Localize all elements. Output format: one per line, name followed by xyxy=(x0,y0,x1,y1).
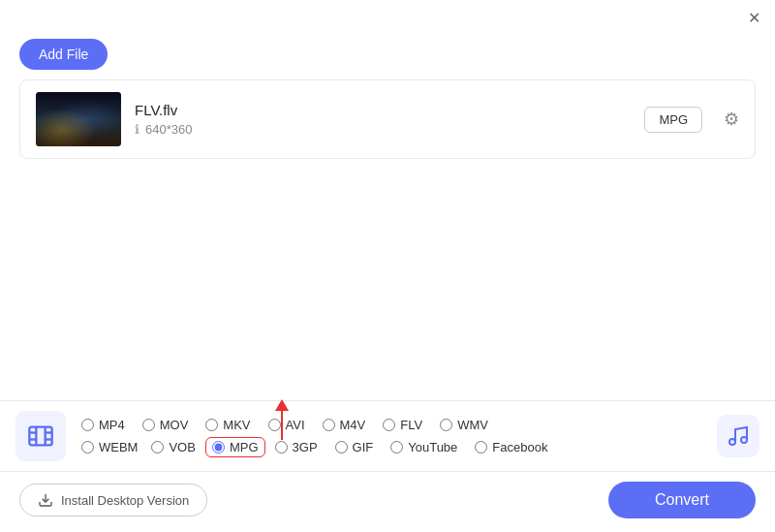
file-item: FLV.flv ℹ 640*360 MPG ⚙ xyxy=(20,80,755,158)
file-list-area: FLV.flv ℹ 640*360 MPG ⚙ xyxy=(19,79,756,159)
music-icon xyxy=(727,424,750,448)
format-label-flv: FLV xyxy=(400,418,422,432)
format-radio-mov[interactable] xyxy=(142,419,155,431)
format-label-youtube: YouTube xyxy=(408,440,457,454)
format-radio-avi[interactable] xyxy=(268,419,281,431)
format-radio-m4v[interactable] xyxy=(323,419,335,431)
format-radio-gif[interactable] xyxy=(335,441,348,454)
format-option-avi[interactable]: AVI xyxy=(264,415,309,435)
format-option-webm[interactable]: WEBM xyxy=(78,437,141,457)
thumbnail-image xyxy=(36,92,121,146)
format-label-mpg: MPG xyxy=(230,440,259,454)
format-label-3gp: 3GP xyxy=(293,440,318,454)
format-label-mov: MOV xyxy=(160,418,189,432)
svg-rect-0 xyxy=(29,427,51,446)
format-radio-webm[interactable] xyxy=(81,441,94,454)
format-option-flv[interactable]: FLV xyxy=(379,415,426,435)
format-radio-youtube[interactable] xyxy=(390,441,403,454)
file-thumbnail xyxy=(36,92,121,146)
format-radio-mp4[interactable] xyxy=(81,419,94,431)
format-option-vob[interactable]: VOB xyxy=(147,437,199,457)
format-label-avi: AVI xyxy=(286,418,305,432)
format-label-wmv: WMV xyxy=(457,418,488,432)
convert-button[interactable]: Convert xyxy=(608,482,756,518)
format-label-vob: VOB xyxy=(169,440,195,454)
format-row-1: MP4 MOV MKV AVI M4V xyxy=(78,415,709,435)
action-bar: Install Desktop Version Convert xyxy=(0,471,775,532)
format-label-webm: WEBM xyxy=(99,440,138,454)
svg-point-8 xyxy=(741,437,747,443)
format-radio-mkv[interactable] xyxy=(205,419,218,431)
format-label-m4v: M4V xyxy=(340,418,366,432)
toolbar: Add File xyxy=(0,35,775,79)
format-panel: MP4 MOV MKV AVI M4V xyxy=(0,400,775,532)
audio-format-icon-area[interactable] xyxy=(717,415,760,457)
format-option-facebook[interactable]: Facebook xyxy=(471,437,551,457)
install-desktop-button[interactable]: Install Desktop Version xyxy=(19,484,207,516)
add-file-button[interactable]: Add File xyxy=(19,39,108,70)
file-name: FLV.flv xyxy=(135,102,631,118)
info-icon: ℹ xyxy=(135,122,140,137)
svg-point-7 xyxy=(729,439,735,445)
file-meta: ℹ 640*360 xyxy=(135,122,631,137)
format-row-2: WEBM VOB MPG 3GP GIF xyxy=(78,437,709,457)
format-option-wmv[interactable]: WMV xyxy=(436,415,492,435)
format-label-facebook: Facebook xyxy=(492,440,547,454)
format-option-m4v[interactable]: M4V xyxy=(319,415,370,435)
format-grid: MP4 MOV MKV AVI M4V xyxy=(78,415,709,457)
film-icon xyxy=(27,422,54,450)
format-radio-facebook[interactable] xyxy=(475,441,487,454)
format-options-row: MP4 MOV MKV AVI M4V xyxy=(0,401,775,471)
format-option-mp4[interactable]: MP4 xyxy=(78,415,129,435)
download-icon xyxy=(38,492,53,508)
empty-area xyxy=(0,159,775,401)
format-radio-3gp[interactable] xyxy=(275,441,288,454)
close-button[interactable]: ✕ xyxy=(744,8,763,27)
format-radio-vob[interactable] xyxy=(151,441,164,454)
format-option-mkv[interactable]: MKV xyxy=(202,415,254,435)
format-radio-flv[interactable] xyxy=(383,419,395,431)
format-option-mpg[interactable]: MPG xyxy=(205,437,265,457)
format-option-mov[interactable]: MOV xyxy=(139,415,193,435)
format-label-mkv: MKV xyxy=(223,418,250,432)
video-format-icon-area xyxy=(16,411,66,461)
install-label: Install Desktop Version xyxy=(61,493,189,508)
format-label-gif: GIF xyxy=(353,440,374,454)
format-option-3gp[interactable]: 3GP xyxy=(271,437,322,457)
file-info: FLV.flv ℹ 640*360 xyxy=(135,102,631,137)
format-radio-wmv[interactable] xyxy=(440,419,452,431)
format-label-mp4: MP4 xyxy=(99,418,125,432)
format-badge-button[interactable]: MPG xyxy=(644,107,702,133)
title-bar: ✕ xyxy=(0,0,775,35)
format-radio-mpg[interactable] xyxy=(212,441,225,454)
format-option-youtube[interactable]: YouTube xyxy=(387,437,461,457)
settings-gear-button[interactable]: ⚙ xyxy=(724,109,739,130)
format-option-gif[interactable]: GIF xyxy=(331,437,378,457)
file-resolution: 640*360 xyxy=(145,122,192,137)
